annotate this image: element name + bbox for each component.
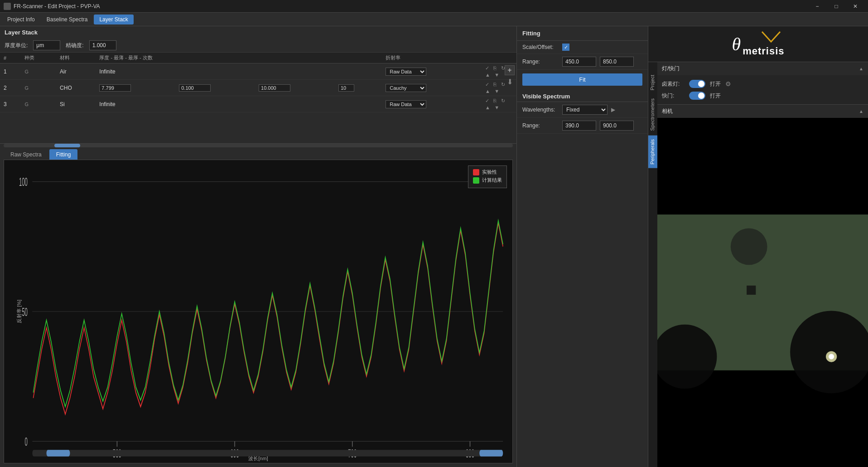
row1-refractive-select[interactable]: Raw Data Cauchy	[386, 68, 426, 76]
tab-layer-stack[interactable]: Layer Stack	[94, 15, 133, 24]
x-axis-label: 波长[nm]	[248, 455, 268, 462]
row3-refractive-select[interactable]: Raw Data Cauchy	[386, 100, 426, 108]
row1-thickness: Infinite	[96, 63, 175, 80]
row3-check-btn[interactable]: ✓	[484, 97, 491, 104]
precision-label: 精确度:	[66, 42, 83, 49]
col-refractive: 折射率	[382, 53, 480, 63]
scale-offset-checkbox[interactable]	[562, 44, 569, 51]
horizontal-scrollbar[interactable]	[4, 144, 513, 147]
chart-container: 反射率 [%] 100 50 0 500 600 700	[4, 160, 513, 463]
logo-brand-area: metrisis	[743, 31, 784, 57]
layer-stack-title: Layer Stack	[0, 26, 516, 39]
row2-refractive: Cauchy Raw Data	[382, 80, 480, 96]
title-bar-left: FR-Scanner - Edit Project - PVP-VA	[4, 3, 100, 10]
row3-refractive: Raw Data Cauchy	[382, 96, 480, 112]
right-content: 灯/快门 ▲ 卤素灯: 打开 ⚙ 快门:	[657, 62, 868, 467]
right-sidebar-inner: Project Spectrometers Peripherals 灯/快门 ▲	[648, 62, 868, 467]
shutter-toggle[interactable]	[689, 92, 705, 100]
row3-refresh-btn[interactable]: ↻	[500, 97, 506, 104]
lights-section: 灯/快门 ▲ 卤素灯: 打开 ⚙ 快门:	[657, 62, 868, 105]
row2-up-btn[interactable]: ▲	[484, 88, 492, 94]
row1-down-btn[interactable]: ▼	[493, 72, 501, 78]
app-icon	[4, 3, 11, 10]
visible-range-label: Range:	[522, 122, 559, 129]
vtab-peripherals[interactable]: Peripherals	[648, 136, 657, 168]
fitting-range-label: Range:	[522, 58, 559, 65]
fit-button[interactable]: Fit	[522, 73, 642, 86]
camera-header[interactable]: 相机 ▲	[657, 105, 868, 118]
wavelengths-arrow[interactable]: ▶	[611, 107, 615, 113]
wavelengths-select[interactable]: Fixed Variable	[562, 105, 608, 115]
scale-offset-label: Scale/Offset:	[522, 44, 559, 50]
col-type: 种类	[21, 53, 56, 63]
tab-fitting[interactable]: Fitting	[49, 149, 78, 160]
tab-project-info[interactable]: Project Info	[2, 15, 40, 24]
legend-experimental: 实验性	[473, 169, 502, 175]
shutter-state: 打开	[710, 92, 721, 100]
legend-experimental-color	[473, 169, 479, 175]
row1-up-btn[interactable]: ▲	[484, 72, 492, 78]
visible-spectrum-label: Visible Spectrum	[517, 89, 648, 102]
lights-chevron: ▲	[859, 66, 863, 71]
camera-section: 相机 ▲	[657, 105, 868, 467]
visible-range-min[interactable]	[562, 121, 596, 131]
row2-copy-btn[interactable]: ⎘	[492, 81, 498, 88]
scroll-thumb	[54, 144, 80, 147]
shutter-label: 快门:	[662, 92, 685, 100]
row3-type: G	[21, 96, 56, 112]
row1-copy-btn[interactable]: ⎘	[492, 65, 498, 71]
row2-thickness-input[interactable]	[99, 84, 131, 92]
thickness-unit-input[interactable]	[33, 40, 60, 50]
halogen-toggle[interactable]	[689, 80, 705, 88]
row3-copy-btn[interactable]: ⎘	[492, 97, 498, 104]
svg-text:100: 100	[19, 175, 28, 189]
fitting-title: Fitting	[517, 26, 648, 41]
row3-up-btn[interactable]: ▲	[484, 104, 492, 111]
row2-min-input[interactable]	[179, 84, 211, 92]
menu-bar: Project Info Baseline Spectra Layer Stac…	[0, 13, 868, 26]
row3-down-btn[interactable]: ▼	[493, 104, 501, 111]
layer-stack-section: Layer Stack 厚度单位: 精确度: # 种类 材料 厚度 - 最薄 -	[0, 26, 516, 144]
precision-input[interactable]	[89, 40, 116, 50]
tab-baseline-spectra[interactable]: Baseline Spectra	[41, 15, 93, 24]
vtab-project[interactable]: Project	[648, 71, 657, 94]
row2-max-input[interactable]	[259, 84, 290, 92]
minimize-button[interactable]: −	[808, 0, 826, 13]
row1-num: 1	[0, 63, 21, 80]
row2-refractive-select[interactable]: Cauchy Raw Data	[386, 84, 426, 92]
camera-chevron: ▲	[859, 109, 863, 114]
visible-range-max[interactable]	[600, 121, 634, 131]
row1-check-btn[interactable]: ✓	[484, 65, 491, 72]
row2-check-btn[interactable]: ✓	[484, 81, 491, 88]
spectrum-chart: 100 50 0 500 600 700 800	[4, 160, 512, 463]
fitting-range-row: Range:	[517, 54, 648, 70]
row2-num: 2	[0, 80, 21, 96]
scale-offset-row: Scale/Offset:	[517, 41, 648, 54]
col-num: #	[0, 53, 21, 63]
camera-preview	[657, 118, 868, 467]
tab-raw-spectra[interactable]: Raw Spectra	[4, 149, 48, 160]
fitting-range-max[interactable]	[600, 57, 634, 67]
close-button[interactable]: ✕	[846, 0, 864, 13]
col-actions	[480, 53, 516, 63]
svg-text:0: 0	[25, 435, 28, 448]
fitting-range-min[interactable]	[562, 57, 596, 67]
add-layer-button[interactable]: +	[505, 65, 515, 75]
maximize-button[interactable]: □	[827, 0, 845, 13]
download-button[interactable]: ⬇	[505, 77, 515, 87]
row3-max	[255, 96, 335, 112]
col-thickness: 厚度 - 最薄 - 最厚 - 次数	[96, 53, 382, 63]
row2-material: CHO	[56, 80, 96, 96]
logo-v-shape	[743, 31, 784, 45]
row2-type: G	[21, 80, 56, 96]
lights-header[interactable]: 灯/快门 ▲	[657, 62, 868, 75]
visible-range-row: Range:	[517, 118, 648, 134]
row2-down-btn[interactable]: ▼	[493, 88, 501, 94]
logo-area: θ metrisis	[648, 26, 868, 62]
svg-rect-22	[747, 286, 756, 295]
vtab-spectrometers[interactable]: Spectrometers	[648, 95, 657, 135]
halogen-gear-icon[interactable]: ⚙	[725, 80, 731, 88]
row1-min	[175, 63, 255, 80]
main-layout: Layer Stack 厚度单位: 精确度: # 种类 材料 厚度 - 最薄 -	[0, 26, 868, 467]
row2-count-input[interactable]	[338, 84, 354, 92]
